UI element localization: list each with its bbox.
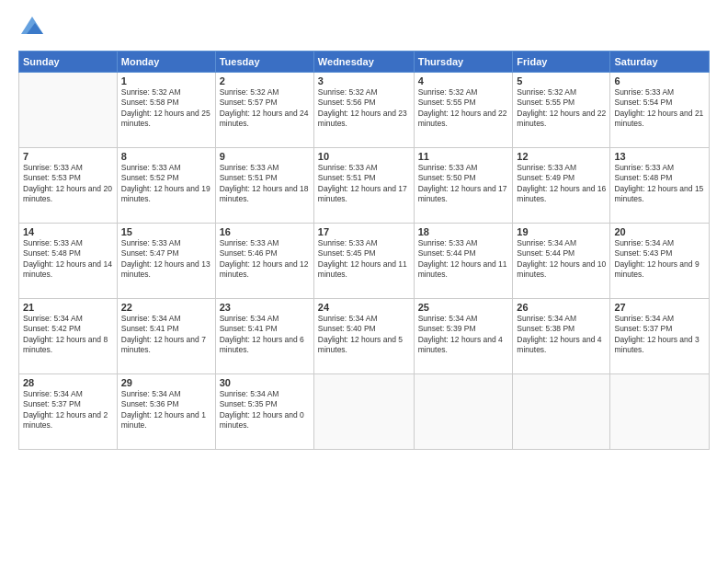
sun-info: Sunrise: 5:34 AM Sunset: 5:43 PM Dayligh… (614, 238, 705, 281)
calendar-cell: 27 Sunrise: 5:34 AM Sunset: 5:37 PM Dayl… (610, 299, 710, 374)
calendar-cell: 8 Sunrise: 5:33 AM Sunset: 5:52 PM Dayli… (117, 148, 215, 224)
calendar-cell: 21 Sunrise: 5:34 AM Sunset: 5:42 PM Dayl… (19, 299, 118, 374)
day-number: 25 (418, 302, 509, 313)
calendar-cell: 3 Sunrise: 5:32 AM Sunset: 5:56 PM Dayli… (313, 73, 414, 148)
sun-info: Sunrise: 5:34 AM Sunset: 5:37 PM Dayligh… (614, 314, 705, 356)
sun-info: Sunrise: 5:32 AM Sunset: 5:55 PM Dayligh… (418, 87, 509, 130)
day-number: 24 (318, 302, 410, 313)
day-number: 9 (220, 151, 310, 162)
week-row-2: 7 Sunrise: 5:33 AM Sunset: 5:53 PM Dayli… (19, 148, 710, 224)
weekday-header-sunday: Sunday (19, 52, 118, 73)
week-row-5: 28 Sunrise: 5:34 AM Sunset: 5:37 PM Dayl… (19, 374, 710, 450)
day-number: 26 (517, 302, 606, 313)
day-number: 11 (418, 151, 509, 162)
calendar-cell (313, 374, 414, 450)
day-number: 2 (220, 75, 310, 86)
day-number: 12 (517, 151, 606, 162)
weekday-header-wednesday: Wednesday (313, 52, 414, 73)
sun-info: Sunrise: 5:33 AM Sunset: 5:44 PM Dayligh… (418, 238, 509, 281)
calendar-cell (19, 73, 118, 148)
calendar-cell: 24 Sunrise: 5:34 AM Sunset: 5:40 PM Dayl… (313, 299, 414, 374)
logo-icon (18, 14, 46, 41)
day-number: 8 (121, 151, 211, 162)
calendar-cell: 18 Sunrise: 5:33 AM Sunset: 5:44 PM Dayl… (414, 224, 513, 299)
weekday-header-thursday: Thursday (414, 52, 513, 73)
sun-info: Sunrise: 5:32 AM Sunset: 5:56 PM Dayligh… (318, 87, 410, 130)
calendar-cell: 17 Sunrise: 5:33 AM Sunset: 5:45 PM Dayl… (313, 224, 414, 299)
calendar-cell: 1 Sunrise: 5:32 AM Sunset: 5:58 PM Dayli… (117, 73, 215, 148)
sun-info: Sunrise: 5:33 AM Sunset: 5:47 PM Dayligh… (121, 238, 211, 281)
calendar-cell: 25 Sunrise: 5:34 AM Sunset: 5:39 PM Dayl… (414, 299, 513, 374)
day-number: 3 (318, 75, 410, 86)
calendar-cell: 13 Sunrise: 5:33 AM Sunset: 5:48 PM Dayl… (610, 148, 710, 224)
weekday-header-monday: Monday (117, 52, 215, 73)
weekday-header-row: SundayMondayTuesdayWednesdayThursdayFrid… (19, 52, 710, 73)
day-number: 13 (614, 151, 705, 162)
sun-info: Sunrise: 5:33 AM Sunset: 5:45 PM Dayligh… (318, 238, 410, 281)
day-number: 18 (418, 226, 509, 237)
sun-info: Sunrise: 5:34 AM Sunset: 5:37 PM Dayligh… (23, 389, 113, 431)
logo (18, 14, 48, 41)
weekday-header-tuesday: Tuesday (215, 52, 313, 73)
sun-info: Sunrise: 5:34 AM Sunset: 5:41 PM Dayligh… (121, 314, 211, 356)
calendar-cell: 11 Sunrise: 5:33 AM Sunset: 5:50 PM Dayl… (414, 148, 513, 224)
calendar-cell: 22 Sunrise: 5:34 AM Sunset: 5:41 PM Dayl… (117, 299, 215, 374)
calendar-cell: 23 Sunrise: 5:34 AM Sunset: 5:41 PM Dayl… (215, 299, 313, 374)
sun-info: Sunrise: 5:33 AM Sunset: 5:48 PM Dayligh… (614, 163, 705, 205)
calendar-cell: 10 Sunrise: 5:33 AM Sunset: 5:51 PM Dayl… (313, 148, 414, 224)
day-number: 1 (121, 75, 211, 86)
calendar-cell: 6 Sunrise: 5:33 AM Sunset: 5:54 PM Dayli… (610, 73, 710, 148)
calendar-cell (610, 374, 710, 450)
calendar-cell: 26 Sunrise: 5:34 AM Sunset: 5:38 PM Dayl… (513, 299, 610, 374)
day-number: 22 (121, 302, 211, 313)
day-number: 23 (220, 302, 310, 313)
sun-info: Sunrise: 5:32 AM Sunset: 5:55 PM Dayligh… (517, 87, 606, 130)
sun-info: Sunrise: 5:33 AM Sunset: 5:52 PM Dayligh… (121, 163, 211, 205)
calendar-cell: 4 Sunrise: 5:32 AM Sunset: 5:55 PM Dayli… (414, 73, 513, 148)
sun-info: Sunrise: 5:34 AM Sunset: 5:36 PM Dayligh… (121, 389, 211, 431)
day-number: 28 (23, 377, 113, 388)
weekday-header-friday: Friday (513, 52, 610, 73)
calendar-cell: 29 Sunrise: 5:34 AM Sunset: 5:36 PM Dayl… (117, 374, 215, 450)
calendar-cell (513, 374, 610, 450)
calendar-cell: 14 Sunrise: 5:33 AM Sunset: 5:48 PM Dayl… (19, 224, 118, 299)
day-number: 4 (418, 75, 509, 86)
calendar-cell: 5 Sunrise: 5:32 AM Sunset: 5:55 PM Dayli… (513, 73, 610, 148)
calendar-cell: 9 Sunrise: 5:33 AM Sunset: 5:51 PM Dayli… (215, 148, 313, 224)
day-number: 30 (220, 377, 310, 388)
calendar-cell (414, 374, 513, 450)
sun-info: Sunrise: 5:34 AM Sunset: 5:42 PM Dayligh… (23, 314, 113, 356)
calendar-cell: 15 Sunrise: 5:33 AM Sunset: 5:47 PM Dayl… (117, 224, 215, 299)
calendar-page: SundayMondayTuesdayWednesdayThursdayFrid… (0, 0, 728, 563)
sun-info: Sunrise: 5:34 AM Sunset: 5:39 PM Dayligh… (418, 314, 509, 356)
day-number: 29 (121, 377, 211, 388)
weekday-header-saturday: Saturday (610, 52, 710, 73)
calendar-cell: 16 Sunrise: 5:33 AM Sunset: 5:46 PM Dayl… (215, 224, 313, 299)
sun-info: Sunrise: 5:32 AM Sunset: 5:58 PM Dayligh… (121, 87, 211, 130)
week-row-3: 14 Sunrise: 5:33 AM Sunset: 5:48 PM Dayl… (19, 224, 710, 299)
day-number: 5 (517, 75, 606, 86)
sun-info: Sunrise: 5:33 AM Sunset: 5:54 PM Dayligh… (614, 87, 705, 130)
sun-info: Sunrise: 5:34 AM Sunset: 5:35 PM Dayligh… (220, 389, 310, 431)
calendar-table: SundayMondayTuesdayWednesdayThursdayFrid… (18, 51, 710, 450)
sun-info: Sunrise: 5:33 AM Sunset: 5:46 PM Dayligh… (220, 238, 310, 281)
day-number: 19 (517, 226, 606, 237)
sun-info: Sunrise: 5:33 AM Sunset: 5:51 PM Dayligh… (318, 163, 410, 205)
sun-info: Sunrise: 5:33 AM Sunset: 5:53 PM Dayligh… (23, 163, 113, 205)
day-number: 15 (121, 226, 211, 237)
sun-info: Sunrise: 5:34 AM Sunset: 5:44 PM Dayligh… (517, 238, 606, 281)
day-number: 21 (23, 302, 113, 313)
sun-info: Sunrise: 5:34 AM Sunset: 5:40 PM Dayligh… (318, 314, 410, 356)
day-number: 17 (318, 226, 410, 237)
sun-info: Sunrise: 5:34 AM Sunset: 5:38 PM Dayligh… (517, 314, 606, 356)
day-number: 10 (318, 151, 410, 162)
day-number: 27 (614, 302, 705, 313)
calendar-cell: 2 Sunrise: 5:32 AM Sunset: 5:57 PM Dayli… (215, 73, 313, 148)
day-number: 16 (220, 226, 310, 237)
sun-info: Sunrise: 5:34 AM Sunset: 5:41 PM Dayligh… (220, 314, 310, 356)
week-row-1: 1 Sunrise: 5:32 AM Sunset: 5:58 PM Dayli… (19, 73, 710, 148)
day-number: 7 (23, 151, 113, 162)
sun-info: Sunrise: 5:33 AM Sunset: 5:48 PM Dayligh… (23, 238, 113, 281)
sun-info: Sunrise: 5:33 AM Sunset: 5:51 PM Dayligh… (220, 163, 310, 205)
sun-info: Sunrise: 5:32 AM Sunset: 5:57 PM Dayligh… (220, 87, 310, 130)
